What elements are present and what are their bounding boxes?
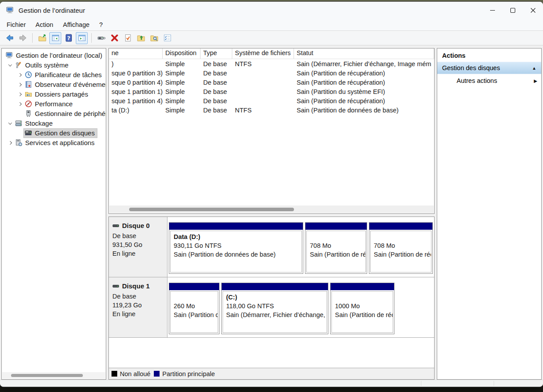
actions-group-label: Gestion des disques (442, 64, 500, 71)
cell-disposition: Simple (163, 107, 201, 114)
partition-title (335, 293, 390, 302)
partition-title (310, 232, 362, 241)
chevron-right-icon[interactable] (16, 93, 24, 96)
chevron-right-icon[interactable] (16, 74, 24, 76)
chevron-right-icon[interactable] (6, 142, 14, 144)
cell-volume: ta (D:) (109, 107, 163, 114)
partitions-area: 260 MoSain (Partition du système EFI)(C:… (167, 277, 434, 337)
column-header-syst-me-de-fichiers[interactable]: Système de fichiers (232, 49, 294, 59)
forward-button[interactable] (17, 32, 29, 44)
tree-item-label: Gestion de l’ordinateur (local) (16, 52, 102, 59)
properties-button[interactable] (122, 32, 134, 44)
disk-type: De base (112, 231, 164, 240)
folder-search-button[interactable] (148, 32, 160, 44)
show-action-pane-button[interactable] (76, 32, 88, 44)
cell-disposition: Simple (163, 97, 201, 105)
actions-group-disk-management[interactable]: Gestion des disques ▲ (437, 62, 541, 74)
toolbar-separator (32, 33, 33, 43)
collapse-chevron-icon[interactable]: ▲ (532, 66, 536, 71)
chevron-right-icon[interactable] (16, 103, 24, 105)
cell-fs: NTFS (232, 60, 294, 67)
tree-item-planificateur-de-t-ches[interactable]: Planificateur de tâches (2, 70, 106, 80)
volume-row[interactable]: sque 0 partition 4)SimpleDe baseSain (Pa… (109, 78, 434, 87)
partition-title: Data (D:) (174, 232, 298, 241)
cell-disposition: Simple (163, 88, 201, 95)
tools-icon (15, 61, 22, 69)
export-list-button[interactable] (36, 32, 48, 44)
column-header-statut[interactable]: Statut (294, 49, 434, 59)
partition[interactable]: (C:)118,00 Go NTFSSain (Démarrer, Fichie… (221, 283, 328, 334)
chevron-down-icon[interactable] (6, 122, 14, 125)
menu-bar: FichierActionAffichage? (0, 19, 543, 31)
cell-type: De base (201, 88, 232, 95)
tree-horizontal-scrollbar[interactable] (2, 372, 105, 379)
close-button[interactable] (523, 2, 543, 19)
disk-drive-icon (112, 222, 119, 229)
volume-row[interactable]: sque 1 partition 4)SimpleDe baseSain (Pa… (109, 96, 434, 105)
column-header-type[interactable]: Type (201, 49, 232, 59)
tree-item-gestion-des-disques[interactable]: Gestion des disques (2, 128, 106, 138)
disk-state: En ligne (112, 249, 164, 258)
status-bar-separator (421, 381, 421, 386)
tree-item-services-et-applications[interactable]: Services et applications (2, 138, 106, 148)
partition[interactable]: 708 MoSain (Partition de récupération) (369, 222, 433, 274)
partition[interactable]: Data (D:)930,11 Go NTFSSain (Partition d… (169, 222, 303, 274)
volume-row[interactable]: )SimpleDe baseNTFSSain (Démarrer, Fichie… (109, 59, 434, 68)
volume-list-scrollbar-thumb[interactable] (129, 208, 294, 211)
actions-item-more-actions[interactable]: Autres actions ▶ (437, 74, 541, 87)
folder-up-button[interactable] (135, 32, 147, 44)
tree-item-gestion-de-l-ordinateur-local[interactable]: Gestion de l’ordinateur (local) (2, 51, 106, 60)
cell-volume: ) (109, 60, 163, 67)
partition[interactable]: 260 MoSain (Partition du système EFI) (169, 283, 219, 334)
device-button[interactable] (95, 32, 107, 44)
minimize-button[interactable] (482, 2, 502, 19)
delete-button[interactable] (108, 32, 120, 44)
disk-label-disque-0[interactable]: Disque 0De base931,50 GoEn ligne (109, 217, 167, 277)
help-button[interactable]: ? (63, 32, 74, 44)
partition-color-bar (305, 223, 367, 230)
chevron-down-icon[interactable] (6, 64, 14, 67)
tree-item-stockage[interactable]: Stockage (2, 119, 106, 128)
menu-item-fichier[interactable]: Fichier (2, 20, 31, 30)
volume-list-panel: neDispositionTypeSystème de fichiersStat… (108, 48, 435, 214)
disk-state: En ligne (112, 310, 164, 318)
menu-item-action[interactable]: Action (31, 20, 58, 30)
column-header-disposition[interactable]: Disposition (163, 49, 201, 59)
show-console-tree-button[interactable] (49, 32, 61, 44)
tree-item-gestionnaire-de-p-riph-riques[interactable]: Gestionnaire de périphériques (2, 109, 106, 119)
tree-item-observateur-d-v-nements[interactable]: Observateur d’événements (2, 80, 106, 90)
checklist-button[interactable] (161, 32, 173, 44)
partition-color-bar (331, 283, 394, 290)
partition-size: 1000 Mo (335, 302, 390, 310)
app-icon (6, 6, 14, 14)
volume-list-horizontal-scrollbar[interactable] (109, 205, 434, 213)
chevron-right-icon[interactable] (16, 83, 24, 86)
menu-item-affichage[interactable]: Affichage (58, 20, 94, 30)
column-header-ne[interactable]: ne (109, 49, 163, 59)
tree-item-label: Stockage (25, 119, 53, 127)
partition-status: Sain (Partition du système EFI) (174, 310, 215, 319)
disk-label-disque-1[interactable]: Disque 1De base119,23 GoEn ligne (109, 277, 167, 337)
menu-item-help[interactable]: ? (94, 20, 108, 30)
partition-status: Sain (Partition de récupération) (310, 250, 362, 259)
disk-row-disque-0: Disque 0De base931,50 GoEn ligneData (D:… (109, 217, 434, 277)
tree-item-performance[interactable]: Performance (2, 99, 106, 109)
tree-item-outils-syst-me[interactable]: Outils système (2, 60, 106, 70)
disk-size: 931,50 Go (112, 240, 164, 249)
actions-panel: Actions Gestion des disques ▲ Autres act… (437, 48, 542, 380)
back-button[interactable] (4, 32, 15, 44)
tree-item-dossiers-partag-s[interactable]: Dossiers partagés (2, 90, 106, 99)
tree-item-label: Outils système (25, 61, 68, 69)
partition[interactable]: 1000 MoSain (Partition de récupération) (330, 283, 394, 334)
volume-list-header: neDispositionTypeSystème de fichiersStat… (109, 49, 434, 59)
help-icon: ? (64, 34, 73, 42)
tree-scrollbar-thumb[interactable] (11, 374, 83, 377)
maximize-button[interactable] (502, 2, 523, 19)
volume-row[interactable]: sque 0 partition 3)SimpleDe baseSain (Pa… (109, 68, 434, 78)
tree-item-label-box: Planificateur de tâches (24, 71, 104, 79)
tree-item-label-box: Observateur d’événements (24, 80, 106, 89)
tree-item-label-box: Outils système (14, 61, 71, 70)
volume-row[interactable]: ta (D:)SimpleDe baseNTFSSain (Partition … (109, 105, 434, 115)
partition[interactable]: 708 MoSain (Partition de récupération) (305, 222, 367, 274)
volume-row[interactable]: sque 1 partition 1)SimpleDe baseSain (Pa… (109, 87, 434, 96)
